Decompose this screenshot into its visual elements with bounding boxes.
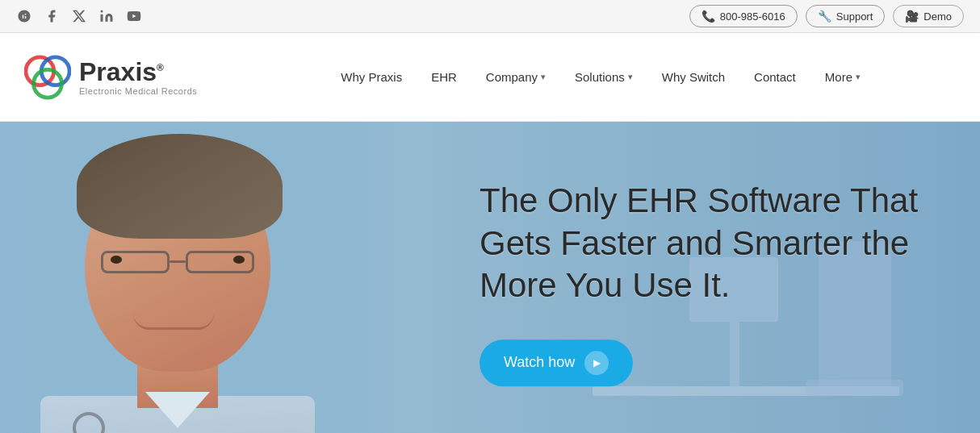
social-icons-group — [16, 8, 142, 24]
doctor-photo-area — [0, 122, 420, 433]
chevron-down-icon: ▾ — [628, 72, 633, 82]
glasses-bridge — [170, 260, 186, 263]
nav-links: Why Praxis EHR Company ▾ Solutions ▾ Why… — [245, 62, 956, 92]
demo-button[interactable]: 🎥 Demo — [893, 5, 964, 27]
youtube-icon[interactable] — [126, 8, 142, 24]
logo[interactable]: Praxis® Electronic Medical Records — [24, 54, 197, 101]
video-icon: 🎥 — [905, 10, 919, 23]
nav-item-ehr[interactable]: EHR — [417, 62, 471, 92]
eye-right — [233, 256, 245, 264]
demo-label: Demo — [923, 10, 952, 23]
nav-item-solutions[interactable]: Solutions ▾ — [560, 62, 647, 92]
nav-item-contact[interactable]: Contact — [739, 62, 810, 92]
hero-section: The Only EHR Software That Gets Faster a… — [0, 122, 980, 433]
support-button[interactable]: 🔧 Support — [806, 5, 886, 27]
bitbucket-icon[interactable] — [16, 8, 32, 24]
glasses-right — [186, 251, 254, 273]
phone-number: 800-985-6016 — [720, 10, 785, 23]
watch-how-label: Watch how — [504, 354, 575, 371]
nav-item-why-switch[interactable]: Why Switch — [647, 62, 739, 92]
hair — [77, 134, 283, 239]
top-bar: 📞 800-985-6016 🔧 Support 🎥 Demo — [0, 0, 980, 33]
chevron-down-icon: ▾ — [541, 72, 546, 82]
support-label: Support — [836, 10, 873, 23]
nav-item-more[interactable]: More ▾ — [810, 62, 875, 92]
play-icon: ▶ — [584, 351, 609, 375]
nav-item-company[interactable]: Company ▾ — [471, 62, 560, 92]
phone-button[interactable]: 📞 800-985-6016 — [689, 5, 798, 27]
main-nav: Praxis® Electronic Medical Records Why P… — [0, 33, 980, 122]
wrench-icon: 🔧 — [818, 10, 831, 23]
nav-item-why-praxis[interactable]: Why Praxis — [326, 62, 417, 92]
mouth — [133, 314, 214, 330]
svg-point-0 — [101, 10, 103, 13]
logo-icon — [24, 54, 71, 101]
facebook-icon[interactable] — [44, 8, 60, 24]
top-bar-actions: 📞 800-985-6016 🔧 Support 🎥 Demo — [689, 5, 964, 27]
watch-how-button[interactable]: Watch how ▶ — [480, 339, 633, 386]
logo-text: Praxis® Electronic Medical Records — [79, 59, 197, 96]
logo-subtitle: Electronic Medical Records — [79, 86, 197, 96]
hero-headline: The Only EHR Software That Gets Faster a… — [480, 180, 932, 307]
linkedin-icon[interactable] — [98, 8, 115, 24]
x-twitter-icon[interactable] — [71, 8, 87, 24]
hero-content: The Only EHR Software That Gets Faster a… — [480, 180, 932, 386]
phone-icon: 📞 — [701, 10, 715, 23]
logo-name: Praxis® — [79, 59, 197, 85]
chevron-down-icon: ▾ — [856, 72, 861, 82]
eye-left — [111, 256, 122, 264]
